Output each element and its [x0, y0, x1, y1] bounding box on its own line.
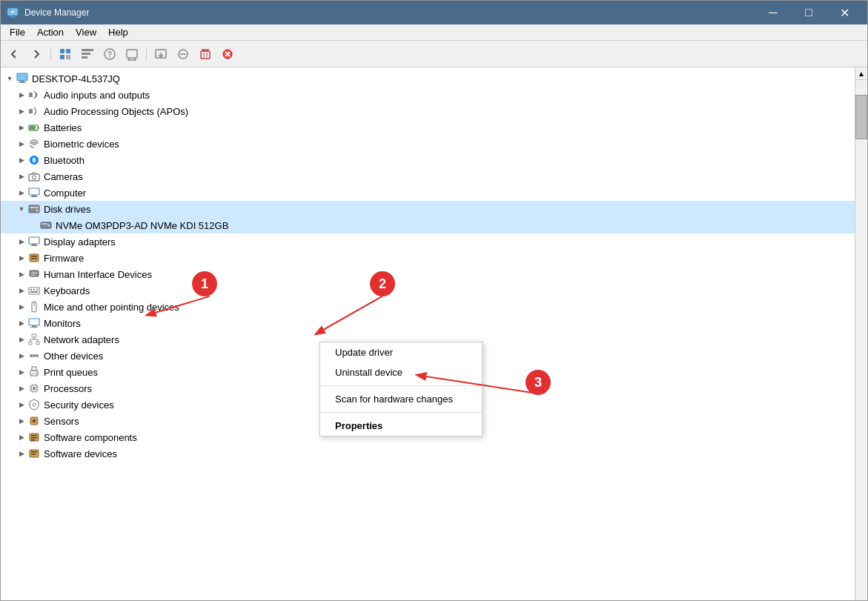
title-bar: Device Manager ─ □ ✕ [1, 1, 867, 24]
tree-item-audio[interactable]: ▶ Audio inputs and outputs [1, 87, 855, 103]
svg-rect-61 [29, 288, 39, 294]
menu-action[interactable]: Action [31, 25, 70, 39]
tree-toggle-biometric[interactable]: ▶ [16, 138, 27, 150]
svg-rect-68 [32, 325, 36, 327]
close-button[interactable]: ✕ [827, 1, 861, 24]
hid-label: Human Interface Devices [44, 269, 152, 280]
disk-icon [27, 202, 41, 216]
computer2-icon [27, 186, 41, 199]
display-label: Display adapters [44, 236, 116, 248]
apo-icon [27, 104, 41, 118]
tree-toggle-apo[interactable]: ▶ [16, 105, 27, 117]
tree-toggle-firmware[interactable]: ▶ [16, 252, 27, 264]
tree-item-keyboards[interactable]: ▶ Keyboards [1, 282, 855, 299]
tree-item-biometric[interactable]: ▶ Biometric devices [1, 136, 855, 152]
context-properties[interactable]: Properties [320, 416, 482, 436]
svg-rect-55 [31, 256, 37, 257]
tree-toggle-batteries[interactable]: ▶ [16, 122, 27, 133]
device-manager-window: Device Manager ─ □ ✕ File Action View He… [0, 0, 868, 601]
scrollbar-thumb[interactable] [855, 95, 867, 139]
update-driver-toolbar-button[interactable] [150, 44, 171, 64]
tree-toggle-mice[interactable]: ▶ [16, 301, 27, 313]
svg-rect-103 [31, 451, 37, 453]
biometric-icon [27, 137, 41, 150]
print-label: Print queues [44, 367, 98, 378]
svg-rect-60 [31, 275, 35, 276]
back-button[interactable] [4, 44, 24, 64]
context-scan-hardware[interactable]: Scan for hardware changes [320, 389, 482, 409]
tree-toggle-processors[interactable]: ▶ [16, 382, 27, 394]
cancel-button[interactable] [217, 44, 238, 64]
tree-item-cameras[interactable]: ▶ Cameras [1, 168, 855, 185]
svg-point-83 [36, 372, 38, 373]
tree-item-batteries[interactable]: ▶ Batteries [1, 119, 855, 136]
tree-toggle-network[interactable]: ▶ [16, 333, 27, 345]
svg-rect-51 [29, 237, 39, 244]
tree-toggle-keyboards[interactable]: ▶ [16, 285, 27, 296]
tree-toggle-hid[interactable]: ▶ [16, 268, 27, 280]
context-uninstall-device[interactable]: Uninstall device [320, 362, 482, 382]
svg-rect-45 [29, 205, 39, 213]
svg-rect-58 [31, 272, 37, 273]
keyboards-label: Keyboards [44, 285, 90, 296]
tree-item-bluetooth[interactable]: ▶ Bluetooth [1, 152, 855, 168]
properties-button[interactable]: ? [99, 44, 120, 64]
svg-rect-38 [30, 126, 36, 130]
scan-hardware-button[interactable] [122, 44, 142, 64]
tree-item-hid[interactable]: ▶ Human Interface Devices [1, 266, 855, 282]
maximize-button[interactable]: □ [792, 1, 826, 24]
tree-toggle-monitors[interactable]: ▶ [16, 317, 27, 329]
uninstall-device-button[interactable] [195, 44, 216, 64]
device-tree[interactable]: ▼ DESKTOP-4L537JQ ▶ [1, 67, 855, 600]
svg-point-47 [36, 210, 39, 212]
show-by-type-button[interactable] [55, 44, 76, 64]
network-icon [27, 333, 41, 346]
tree-item-diskdrives[interactable]: ▼ Disk drives [1, 201, 855, 217]
tree-toggle-sensors[interactable]: ▶ [16, 415, 27, 427]
disk2-icon [39, 219, 53, 232]
svg-rect-71 [29, 342, 32, 345]
monitors-label: Monitors [44, 318, 81, 329]
tree-item-monitors[interactable]: ▶ Monitors [1, 315, 855, 331]
disable-button[interactable] [173, 44, 193, 64]
tree-item-display[interactable]: ▶ Display adapters [1, 233, 855, 250]
tree-toggle-softwaredev[interactable]: ▶ [16, 448, 27, 459]
tree-toggle-bluetooth[interactable]: ▶ [16, 154, 27, 166]
tree-item-apo[interactable]: ▶ Audio Processing Objects (APOs) [1, 103, 855, 119]
svg-rect-5 [60, 49, 64, 53]
tree-toggle-print[interactable]: ▶ [16, 366, 27, 378]
tree-toggle-other[interactable]: ▶ [16, 350, 27, 362]
softwarecomp-label: Software components [44, 432, 137, 443]
menu-help[interactable]: Help [102, 25, 134, 39]
svg-rect-10 [82, 53, 90, 55]
tree-toggle-computer[interactable]: ▶ [16, 187, 27, 199]
tree-toggle-softwarecomp[interactable]: ▶ [16, 431, 27, 443]
menu-file[interactable]: File [4, 25, 31, 39]
context-update-driver[interactable]: Update driver [320, 342, 482, 362]
tree-toggle-audio[interactable]: ▶ [16, 89, 27, 101]
tree-toggle-root[interactable]: ▼ [4, 73, 16, 84]
show-by-connection-button[interactable] [77, 44, 98, 64]
minimize-button[interactable]: ─ [756, 1, 790, 24]
tree-toggle-diskdrives[interactable]: ▼ [16, 203, 27, 215]
tree-item-root[interactable]: ▼ DESKTOP-4L537JQ [1, 70, 855, 87]
tree-item-softwaredev[interactable]: ▶ Software devices [1, 445, 855, 462]
batteries-label: Batteries [44, 122, 82, 133]
tree-toggle-display[interactable]: ▶ [16, 236, 27, 248]
scrollbar[interactable]: ▲ [855, 67, 867, 600]
processors-label: Processors [44, 383, 92, 394]
tree-item-mice[interactable]: ▶ Mice and other pointing devices [1, 299, 855, 315]
tree-toggle-cameras[interactable]: ▶ [16, 170, 27, 182]
svg-rect-14 [127, 50, 137, 58]
tree-item-firmware[interactable]: ▶ Firmware [1, 250, 855, 266]
tree-toggle-security[interactable]: ▶ [16, 399, 27, 411]
tree-item-nvme[interactable]: ▶ NVMe OM3PDP3-AD NVMe KDI 512GB [1, 217, 855, 233]
svg-point-97 [33, 419, 36, 422]
tree-item-computer[interactable]: ▶ Computer [1, 185, 855, 201]
menu-view[interactable]: View [70, 25, 102, 39]
scroll-up-button[interactable]: ▲ [855, 67, 867, 80]
forward-button[interactable] [26, 44, 47, 64]
svg-rect-44 [30, 196, 38, 197]
svg-rect-67 [29, 319, 39, 325]
svg-point-3 [11, 10, 14, 13]
